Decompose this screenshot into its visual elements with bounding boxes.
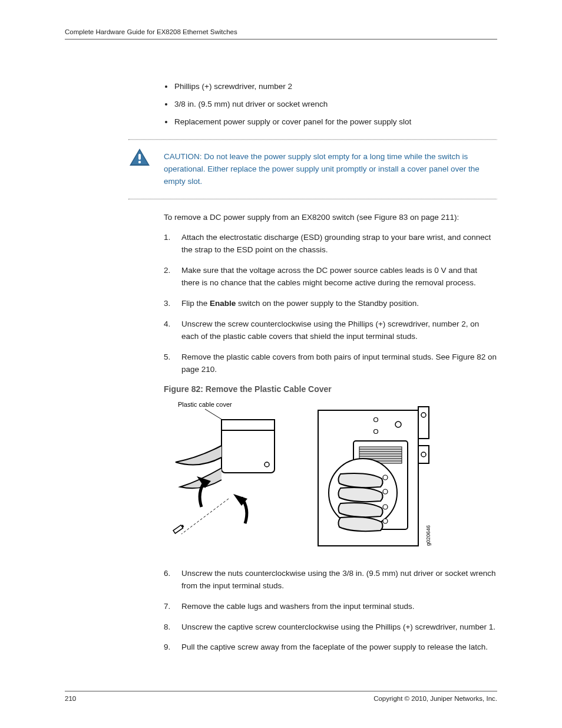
illustration-right: g020646 (318, 407, 431, 546)
svg-point-30 (383, 505, 388, 509)
caution-block: CAUTION: Do not leave the power supply s… (128, 139, 497, 200)
svg-point-28 (383, 475, 388, 480)
svg-line-8 (181, 499, 229, 534)
page-footer: 210 Copyright © 2010, Juniper Networks, … (65, 691, 497, 702)
copyright-text: Copyright © 2010, Juniper Networks, Inc. (373, 695, 497, 702)
page-number: 210 (65, 695, 76, 702)
list-item: Replacement power supply or cover panel … (164, 116, 497, 129)
illustration-left (173, 420, 275, 534)
step-text: Remove the plastic cable covers from bot… (181, 353, 497, 374)
svg-rect-12 (418, 407, 429, 439)
figure-caption: Figure 82: Remove the Plastic Cable Cove… (164, 384, 497, 394)
svg-point-18 (374, 429, 378, 433)
step-item: Unscrew the screw counterclockwise using… (164, 318, 497, 343)
svg-rect-4 (222, 420, 275, 430)
svg-point-13 (421, 413, 426, 417)
step-item: Flip the Enable switch on the power supp… (164, 298, 497, 310)
figure-block: Figure 82: Remove the Plastic Cable Cove… (164, 384, 497, 557)
step-text: Pull the captive screw away from the fac… (181, 643, 488, 651)
step-item: Remove the plastic cable covers from bot… (164, 351, 497, 376)
step-item: Unscrew the nuts counterclockwise using … (164, 568, 497, 592)
svg-point-5 (265, 462, 269, 467)
step-item: Unscrew the captive screw counterclockwi… (164, 621, 497, 634)
steps-list-continued: Unscrew the nuts counterclockwise using … (164, 568, 497, 654)
caution-label: CAUTION: (164, 152, 202, 161)
list-item: 3/8 in. (9.5 mm) nut driver or socket wr… (164, 98, 497, 111)
tools-list-wrapper: Phillips (+) screwdriver, number 2 3/8 i… (164, 81, 497, 129)
svg-point-29 (383, 489, 388, 494)
svg-point-1 (138, 161, 141, 163)
svg-point-15 (421, 452, 426, 457)
running-header: Complete Hardware Guide for EX8208 Ether… (65, 28, 497, 39)
caution-body: CAUTION: Do not leave the power supply s… (128, 140, 497, 199)
svg-rect-0 (138, 154, 141, 160)
step-text: Make sure that the voltage across the DC… (181, 266, 477, 287)
step-item: Attach the electrostatic discharge (ESD)… (164, 232, 497, 256)
figure-label-text: Plastic cable cover (178, 401, 232, 408)
tools-list: Phillips (+) screwdriver, number 2 3/8 i… (164, 81, 497, 129)
step-item: Pull the captive screw away from the fac… (164, 641, 497, 654)
step-text: Remove the cable lugs and washers from t… (181, 602, 414, 611)
step-text-pre: Flip the (181, 299, 210, 308)
header-title: Complete Hardware Guide for EX8208 Ether… (65, 28, 237, 35)
step-text-post: switch on the power supply to the Standb… (236, 299, 419, 308)
step-text: Unscrew the screw counterclockwise using… (181, 319, 479, 341)
step-text-bold: Enable (210, 299, 236, 308)
list-item: Phillips (+) screwdriver, number 2 (164, 81, 497, 93)
caution-icon (128, 147, 151, 170)
step-text: Unscrew the captive screw counterclockwi… (181, 622, 495, 631)
step-text: Unscrew the nuts counterclockwise using … (181, 569, 495, 590)
step-item: Make sure that the voltage across the DC… (164, 265, 497, 289)
divider (128, 199, 497, 200)
svg-rect-9 (173, 525, 183, 533)
step-item: Remove the cable lugs and washers from t… (164, 601, 497, 613)
intro-text: To remove a DC power supply from an EX82… (164, 212, 497, 224)
procedure-block: To remove a DC power supply from an EX82… (164, 212, 497, 654)
svg-point-16 (374, 417, 378, 421)
svg-point-31 (383, 519, 388, 523)
list-item-text: Phillips (+) screwdriver, number 2 (174, 82, 292, 91)
step-text: Attach the electrostatic discharge (ESD)… (181, 233, 491, 254)
svg-point-17 (395, 421, 401, 427)
caution-text: Do not leave the power supply slot empty… (164, 152, 480, 186)
figure-image: Plastic cable cover (164, 398, 497, 557)
document-page: Complete Hardware Guide for EX8208 Ether… (0, 0, 562, 728)
steps-list: Attach the electrostatic discharge (ESD)… (164, 232, 497, 375)
svg-text:g020646: g020646 (425, 525, 431, 546)
list-item-text: 3/8 in. (9.5 mm) nut driver or socket wr… (174, 100, 328, 108)
list-item-text: Replacement power supply or cover panel … (174, 117, 411, 126)
